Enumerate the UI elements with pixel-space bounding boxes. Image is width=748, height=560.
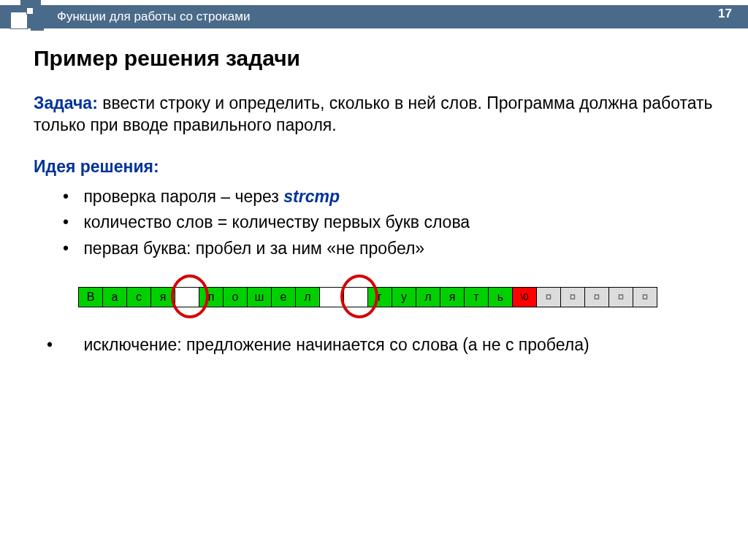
char-cell: с [126, 287, 151, 307]
char-cell: ь [488, 287, 513, 307]
slide-content: Пример решения задачи Задача: ввести стр… [0, 33, 748, 356]
idea-item-text: проверка пароля – через [83, 187, 283, 206]
char-cell: ¤ [536, 287, 561, 307]
highlight-circle [340, 275, 378, 318]
highlight-circle [171, 275, 209, 318]
char-cell: ¤ [584, 287, 609, 307]
idea-item: проверка пароля – через strcmp [79, 184, 719, 210]
idea-label: Идея решения: [34, 157, 719, 177]
header-bar: Функции для работы со строками 17 [0, 5, 748, 28]
char-cell: я [440, 287, 465, 307]
idea-item-text: количество слов = количеству первых букв… [83, 212, 470, 231]
char-cell: у [392, 287, 416, 307]
char-cell: ¤ [560, 287, 585, 307]
idea-exception: исключение: предложение начинается со сл… [34, 334, 719, 356]
header-decoration-icon [0, 0, 51, 33]
char-cell: В [78, 287, 103, 307]
char-cell: т [464, 287, 489, 307]
task-text: ввести строку и определить, сколько в не… [34, 93, 713, 134]
idea-list: проверка пароля – через strcmp количеств… [34, 184, 719, 262]
char-cell: е [271, 287, 296, 307]
char-cell: ш [247, 287, 272, 307]
idea-item: первая буква: пробел и за ним «не пробел… [79, 236, 719, 262]
task-block: Задача: ввести строку и определить, скол… [34, 93, 719, 137]
char-cell: л [295, 287, 320, 307]
char-cell: ¤ [608, 287, 633, 307]
task-label: Задача: [34, 93, 98, 112]
header-title: Функции для работы со строками [57, 9, 250, 24]
code-strcmp: strcmp [283, 187, 340, 206]
char-cell: л [416, 287, 440, 307]
char-array-diagram: Васяпошелгулять\0¤¤¤¤¤ [79, 272, 719, 321]
char-cell: а [102, 287, 127, 307]
char-cell: о [223, 287, 248, 307]
char-cell: \0 [512, 287, 537, 307]
page-number: 17 [718, 7, 732, 21]
char-cell: ¤ [633, 287, 657, 307]
idea-item-text: первая буква: пробел и за ним «не пробел… [83, 239, 424, 258]
slide-header: Функции для работы со строками 17 [0, 0, 748, 33]
slide-title: Пример решения задачи [34, 46, 719, 71]
idea-item: количество слов = количеству первых букв… [79, 210, 719, 236]
